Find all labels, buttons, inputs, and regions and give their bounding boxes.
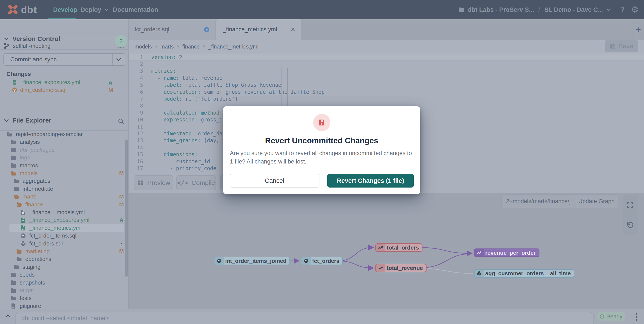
update-graph-button[interactable]: Update Graph [575,198,618,205]
editor-tabbar: fct_orders.sql _finance_metrics.yml ✕ + [128,19,644,40]
code-line-5[interactable]: 5 label: Total Jaffle Shop Gross Revenue [128,82,644,89]
close-icon[interactable]: ✕ [290,26,296,33]
tree-item-label: logs [20,154,30,161]
save-floppy-icon [610,43,616,49]
preview-button[interactable]: Preview [134,175,173,190]
file-explorer-header[interactable]: File Explorer [4,117,52,124]
command-input[interactable] [16,312,594,324]
tree-item-marts[interactable]: marts [13,193,36,201]
code-line-1[interactable]: 1version: 2 [128,54,644,61]
tree-item-macros[interactable]: macros [10,161,38,170]
graph-filter-input[interactable] [502,195,574,208]
git-status-badge: M [118,248,125,255]
file-icon [10,303,17,309]
tree-item-finance[interactable]: finance [16,201,43,209]
breadcrumb-segment[interactable]: _finance_metrics.yml [208,44,258,50]
graph-node-int_order_items_joined[interactable]: int_order_items_joined [214,257,290,265]
tree-item-operations[interactable]: operations [16,255,51,263]
new-tab-button[interactable]: + [632,19,644,40]
breadcrumb-segment[interactable]: finance [182,44,200,50]
tab-finance-metrics-yml[interactable]: _finance_metrics.yml ✕ [216,19,301,40]
tree-item-analysis[interactable]: analysis [10,138,40,146]
tree-item-label: marts [22,193,36,200]
tree-item-models[interactable]: models [10,169,38,177]
tree-item-fct_orders.sql[interactable]: fct_orders.sql [20,240,63,248]
git-status-badge: M [118,201,125,208]
graph-node-total_revenue[interactable]: total_revenue [375,264,426,272]
save-button[interactable]: Save [605,40,638,52]
code-line-4[interactable]: 4 - name: total_revenue [128,74,644,82]
graph-node-agg_customer_orders__all_time[interactable]: agg_customer_orders__all_time [474,269,574,278]
code-line-2[interactable]: 2 [128,61,644,68]
kebab-menu-icon[interactable] [632,311,640,323]
tree-item-label: marketing [25,248,50,255]
code-text: - name: total_revenue [143,75,222,81]
tree-item-intermediate[interactable]: intermediate [13,185,53,193]
revert-changes-button[interactable]: Revert Changes (1 file) [327,174,414,188]
nav-item-deploy[interactable]: Deploy [80,0,110,19]
tree-item-_finance__models.yml[interactable]: _finance__models.yml [20,208,85,216]
file-icon [20,225,26,231]
help-icon[interactable]: ? [620,5,625,14]
tree-item-marketing[interactable]: marketing [16,247,50,255]
change-item-_finance_exposures.yml[interactable]: _finance_exposures.yml [12,78,80,86]
navbar-context: dbt Labs - ProServ S... / SL Demo - Dave… [458,0,639,19]
tree-item-logs[interactable]: logs [10,154,30,161]
chevron-down-icon[interactable] [606,7,612,13]
folder-icon [10,279,17,286]
code-text: version: 2 [143,54,182,60]
tree-item-dbt_packages[interactable]: dbt_packages [10,146,54,154]
tree-item-label: _finance__models.yml [29,209,85,216]
breadcrumb-segment[interactable]: models [134,44,152,50]
code-text: model: ref('fct_orders') [143,96,238,102]
fullscreen-icon[interactable] [626,201,634,209]
tab-fct-orders-sql[interactable]: fct_orders.sql [128,19,215,40]
chevron-right-icon [154,45,158,49]
file-tree-scrollbar[interactable] [125,139,128,277]
project-selector[interactable]: SL Demo - Dave C... [544,6,603,13]
tree-item-fct_order_items.sql[interactable]: fct_order_items.sql [20,232,76,240]
folder-icon [10,154,17,161]
modal-save-icon-circle [313,114,330,131]
sidebar: sqlfluff-meeting Version Control 2 Commi… [0,19,128,309]
account-selector[interactable]: dbt Labs - ProServ S... [468,6,534,13]
top-navbar: dbt Develop Deploy Documentation dbt Lab… [0,0,644,19]
tree-item-label: analysis [20,139,40,145]
chevron-down-icon [4,117,10,123]
tree-item-_finance_metrics.yml[interactable]: _finance_metrics.yml [20,224,82,232]
tree-item-_finance_exposures.yml[interactable]: _finance_exposures.yml [20,216,89,224]
tree-item-snapshots[interactable]: snapshots [10,279,45,287]
commit-and-sync-button[interactable]: Commit and sync [4,53,125,66]
code-text: dimensions: [143,151,198,157]
chevron-up-icon[interactable] [4,312,12,320]
version-control-header[interactable]: Version Control [4,35,60,43]
gear-icon[interactable]: ⚙ [631,5,639,14]
tree-item-tests[interactable]: tests [10,294,32,302]
graph-node-total_orders[interactable]: total_orders [375,243,422,252]
code-line-3[interactable]: 3metrics: [128,68,644,75]
search-icon[interactable] [118,118,125,125]
breadcrumb-segment[interactable]: marts [160,44,174,50]
cancel-button[interactable]: Cancel [230,174,320,188]
tree-item-aggregates[interactable]: aggregates [13,177,50,185]
graph-node-fct_orders[interactable]: fct_orders [301,257,343,265]
tree-item-staging[interactable]: staging [13,263,40,271]
nav-item-documentation[interactable]: Documentation [113,0,158,19]
tree-item-target[interactable]: target [10,286,34,294]
graph-node-revenue_per_order[interactable]: revenue_per_order [474,248,540,257]
chevron-down-icon[interactable] [113,56,125,63]
change-item-dim_customers.sql[interactable]: dim_customers.sql [12,86,67,94]
dbt-logo-icon[interactable] [7,4,18,15]
nav-item-develop[interactable]: Develop [53,0,77,19]
tree-item-gitignore[interactable]: gitignore [10,302,41,309]
refresh-icon[interactable] [626,221,634,229]
graph-node-label: revenue_per_order [484,250,539,256]
tree-item-rapid-onboarding-exemplar[interactable]: rapid-onboarding-exemplar [6,130,83,138]
folder-open-icon [16,201,22,208]
lineage-graph-pane[interactable]: int_order_items_joinedfct_orderstotal_or… [128,193,644,309]
code-line-7[interactable]: 7 model: ref('fct_orders') [128,95,644,102]
tree-item-seeds[interactable]: seeds [10,271,34,279]
compile-button[interactable]: </> Compile [176,175,216,190]
code-line-6[interactable]: 6 description: sum of gross revenue at t… [128,88,644,95]
line-number: 9 [128,110,143,116]
